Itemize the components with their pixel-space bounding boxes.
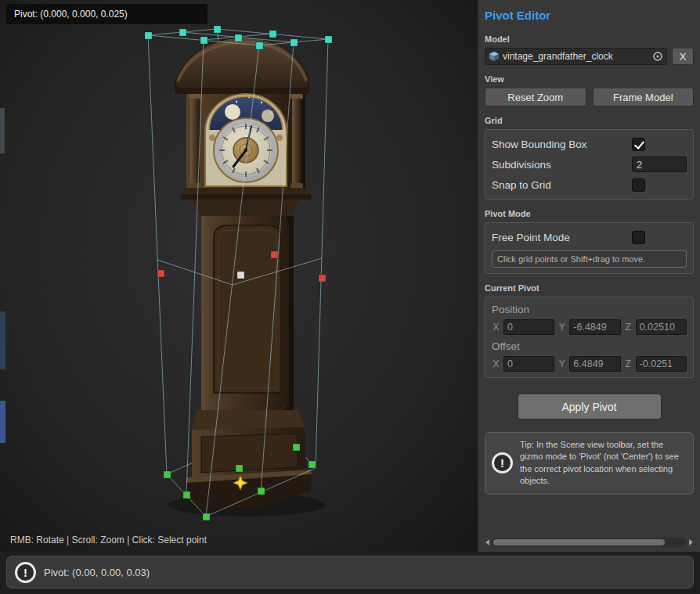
clear-model-button[interactable]: X <box>672 48 694 65</box>
object-picker-icon[interactable] <box>652 51 663 62</box>
base-flare <box>192 410 305 430</box>
model-cube-icon <box>489 51 500 62</box>
status-info-icon-glyph: ! <box>23 566 27 579</box>
offset-x-input[interactable] <box>503 356 554 372</box>
trunk-door <box>214 225 281 393</box>
offset-y-input[interactable] <box>569 356 620 372</box>
grid-point-handle[interactable] <box>309 461 316 468</box>
scrollbar-left-arrow-icon[interactable] <box>485 539 489 545</box>
scene-canvas[interactable] <box>0 0 478 552</box>
status-info-icon: ! <box>15 562 36 583</box>
snap-to-grid-checkbox[interactable] <box>632 178 645 192</box>
scrollbar-thumb[interactable] <box>493 539 665 545</box>
pivot-mode-section-label: Pivot Mode <box>485 209 694 218</box>
grid-point-handle[interactable] <box>235 34 242 41</box>
subdivisions-input[interactable] <box>632 157 687 172</box>
offset-label: Offset <box>492 340 687 352</box>
subdivisions-label: Subdivisions <box>492 159 632 171</box>
grid-point-handle[interactable] <box>157 270 164 277</box>
pivot-editor-panel: Pivot Editor Model vintage_grandfather_c… <box>478 0 700 552</box>
clock-waist <box>193 200 299 216</box>
moon-disc <box>225 104 240 120</box>
grid-section-label: Grid <box>485 116 694 125</box>
model-object-field[interactable]: vintage_grandfather_clock <box>485 48 667 65</box>
scene-controls-hint: RMB: Rotate | Scroll: Zoom | Click: Sele… <box>10 535 207 545</box>
position-z-label: Z <box>624 322 633 333</box>
snap-to-grid-label: Snap to Grid <box>492 179 632 191</box>
grid-point-handle[interactable] <box>183 491 190 499</box>
tip-box: ! Tip: In the Scene view toolbar, set th… <box>485 432 694 495</box>
current-pivot-section-label: Current Pivot <box>485 283 694 293</box>
grid-point-handle[interactable] <box>269 31 276 38</box>
grid-point-handle[interactable] <box>325 36 332 43</box>
pivot-readout-overlay: Pivot: (0.000, 0.000, 0.025) <box>6 4 207 24</box>
base-panel <box>201 434 298 473</box>
panel-title: Pivot Editor <box>485 9 694 22</box>
pivot-editor-window: Pivot: (0.000, 0.000, 0.025) RMB: Rotate… <box>0 0 700 594</box>
grid-point-handle[interactable] <box>179 29 186 36</box>
offset-x-label: X <box>492 358 500 369</box>
free-point-mode-checkbox[interactable] <box>632 231 645 244</box>
grid-point-handle[interactable] <box>258 488 265 495</box>
panel-horizontal-scrollbar[interactable] <box>485 537 694 548</box>
reset-zoom-button[interactable]: Reset Zoom <box>485 88 586 106</box>
show-bounding-box-checkbox[interactable] <box>632 138 645 151</box>
grid-point-handle[interactable] <box>290 39 298 46</box>
offset-z-input[interactable] <box>636 356 687 372</box>
scrollbar-track[interactable] <box>492 538 687 547</box>
free-point-mode-label: Free Point Mode <box>492 232 632 243</box>
grid-point-handle[interactable] <box>271 251 278 258</box>
grid-group: Show Bounding Box Subdivisions Snap to G… <box>485 129 694 200</box>
moon-disc-2 <box>262 110 274 122</box>
grid-point-handle[interactable] <box>319 275 326 282</box>
info-icon: ! <box>492 452 513 473</box>
position-y-input[interactable] <box>569 319 620 335</box>
scrollbar-right-arrow-icon[interactable] <box>689 539 693 545</box>
status-message: Pivot: (0.00, 0.00, 0.03) <box>44 567 150 578</box>
model-section-label: Model <box>485 34 694 44</box>
model-name: vintage_grandfather_clock <box>503 51 649 62</box>
grid-point-handle[interactable] <box>203 513 210 520</box>
status-notification: ! Pivot: (0.00, 0.00, 0.03) <box>6 556 694 589</box>
current-pivot-group: Position X Y Z Offset X Y Z <box>485 297 694 378</box>
show-bounding-box-label: Show Bounding Box <box>492 139 632 150</box>
grid-point-handle[interactable] <box>200 37 207 44</box>
grid-point-handle[interactable] <box>145 32 152 39</box>
position-label: Position <box>492 304 687 315</box>
status-bar: ! Pivot: (0.00, 0.00, 0.03) <box>0 552 700 594</box>
grid-point-handle[interactable] <box>236 465 243 472</box>
grid-point-handle[interactable] <box>164 471 171 478</box>
position-x-input[interactable] <box>503 319 554 335</box>
apply-pivot-button[interactable]: Apply Pivot <box>518 394 662 419</box>
info-icon-glyph: ! <box>500 456 504 470</box>
offset-y-label: Y <box>557 358 566 369</box>
offset-z-label: Z <box>624 358 633 369</box>
position-y-label: Y <box>557 322 566 333</box>
frame-model-button[interactable]: Frame Model <box>593 88 695 106</box>
view-section-label: View <box>485 74 694 84</box>
position-x-label: X <box>492 322 500 333</box>
grid-point-handle[interactable] <box>293 444 300 451</box>
pivot-mode-group: Free Point Mode Click grid points or Shi… <box>485 222 694 274</box>
grid-point-handle[interactable] <box>214 26 221 33</box>
pivot-mode-help: Click grid points or Shift+drag to move. <box>492 250 687 268</box>
grid-point-handle[interactable] <box>256 42 263 49</box>
scene-viewport[interactable]: Pivot: (0.000, 0.000, 0.025) RMB: Rotate… <box>0 0 478 552</box>
grid-point-handle-hovered[interactable] <box>237 272 244 279</box>
tip-text: Tip: In the Scene view toolbar, set the … <box>520 439 687 488</box>
position-z-input[interactable] <box>636 319 687 335</box>
hood-column-right <box>292 97 301 185</box>
crown-base <box>175 88 309 94</box>
